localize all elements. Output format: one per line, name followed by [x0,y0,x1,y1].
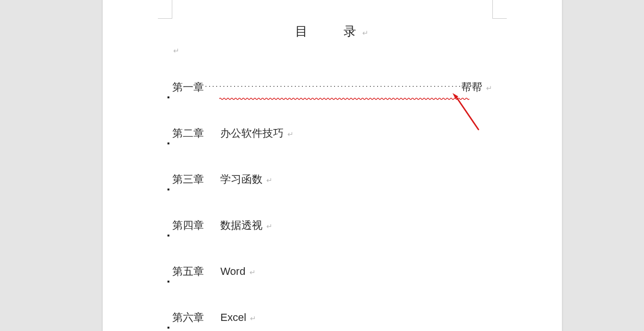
paragraph-mark-icon: ↵ [250,314,256,322]
chapter-label: 第四章 [172,218,204,233]
chapter-label: 第一章 [172,80,204,95]
paragraph-mark-icon: ↵ [266,176,273,184]
title-line[interactable]: 目 录 ↵ [172,23,492,40]
bullet-icon [167,189,169,190]
paragraph-mark-icon: ↵ [173,47,179,55]
chapter-title: 办公软件技巧 [220,127,284,139]
toc-entry-6[interactable]: 第六章 Excel ↵ [172,310,492,325]
toc-entry-1[interactable]: 第一章 ....................................… [172,80,492,95]
empty-paragraph[interactable]: ↵ [172,47,492,55]
chapter-title: Excel [220,311,246,323]
chapter-label: 第六章 [172,310,204,325]
paragraph-mark-icon: ↵ [362,29,370,37]
right-text-value: 帮帮 [461,81,482,93]
bullet-icon [167,142,169,144]
tab-leader: ........................................… [205,80,469,93]
toc-entry-5[interactable]: 第五章 Word ↵ [172,264,492,279]
paragraph-mark-icon: ↵ [250,268,256,276]
chapter-title: Word [220,265,245,277]
paragraph-mark-icon: ↵ [486,84,492,92]
title-char-2: 录 [344,24,357,38]
bullet-icon [167,327,169,329]
title-char-1: 目 [295,24,309,38]
toc-entry-4[interactable]: 第四章 数据透视 ↵ [172,218,492,233]
bullet-icon [167,96,169,98]
chapter-title: 数据透视 [220,219,262,231]
margin-guide-left [158,0,172,19]
toc-right-text: 帮帮 ↵ [460,80,492,95]
chapter-label: 第三章 [172,172,204,187]
spellcheck-squiggle-icon [219,91,469,94]
paragraph-mark-icon: ↵ [266,222,273,230]
paragraph-mark-icon: ↵ [287,130,294,138]
chapter-label: 第五章 [172,264,204,279]
toc-entry-2[interactable]: 第二章 办公软件技巧 ↵ [172,126,492,141]
page-content: 目 录 ↵ ↵ 第一章 ............................… [172,23,492,325]
chapter-title: 学习函数 [220,173,262,185]
toc-entry-3[interactable]: 第三章 学习函数 ↵ [172,172,492,187]
leader-dots: ........................................… [205,80,469,89]
margin-guide-right [492,0,507,19]
bullet-icon [167,281,169,283]
bullet-icon [167,235,169,236]
document-page[interactable]: 目 录 ↵ ↵ 第一章 ............................… [103,0,562,331]
chapter-label: 第二章 [172,126,204,141]
